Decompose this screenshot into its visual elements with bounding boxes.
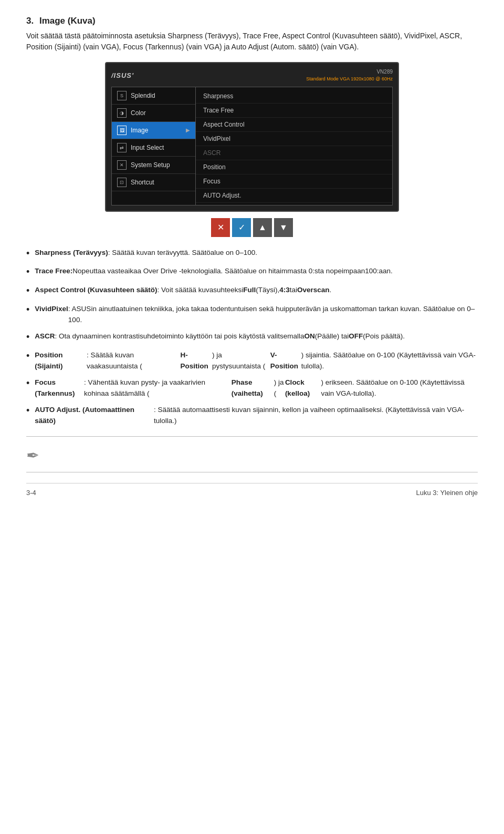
monitor-ui: /ISUS' VN289 Standard Mode VGA 1920x1080…	[105, 62, 399, 212]
footer-page-label: 3-4	[26, 489, 36, 497]
nav-btn-down[interactable]: ▼	[274, 218, 293, 237]
menu-icon-system_setup: ✕	[117, 160, 127, 170]
menu-left-item-input_select[interactable]: ⇄ Input Select	[112, 139, 195, 157]
bullet-item-ascr: ASCR: Ota dynaaminen kontrastisuhdetoimi…	[26, 331, 478, 345]
nav-btn-check[interactable]: ✓	[232, 218, 251, 237]
bullet-item-position: Position (Sijainti): Säätää kuvan vaakas…	[26, 350, 478, 372]
bullet-item-aspect_control: Aspect Control (Kuvasuhteen säätö): Voit…	[26, 285, 478, 298]
bullet-item-sharpness: Sharpness (Terävyys): Säätää kuvan teräv…	[26, 248, 478, 261]
menu-arrow-image: ▶	[186, 127, 190, 133]
note-box: ✒	[26, 436, 478, 472]
asus-logo: /ISUS'	[111, 71, 134, 79]
monitor-header: /ISUS' VN289 Standard Mode VGA 1920x1080…	[111, 68, 393, 83]
menu-icon-shortcut: ⊡	[117, 178, 127, 187]
menu-left-item-system_setup[interactable]: ✕ System Setup	[112, 157, 195, 174]
bullet-item-trace_free: Trace Free: Nopeuttaa vasteaikaa Over Dr…	[26, 266, 478, 280]
menu-icon-input_select: ⇄	[117, 143, 127, 152]
nav-btn-up[interactable]: ▲	[253, 218, 272, 237]
menu-icon-color: ◑	[117, 108, 127, 118]
menu-label-color: Color	[131, 109, 146, 117]
feature-list: Sharpness (Terävyys): Säätää kuvan teräv…	[26, 248, 478, 427]
note-icon: ✒	[26, 446, 49, 465]
bullet-item-vividpixel: VividPixel: ASUSin ainutlaatuinen teknii…	[26, 304, 478, 326]
monitor-info: VN289 Standard Mode VGA 1920x1080 @ 60Hz	[306, 68, 393, 83]
section-number: 3.	[26, 16, 34, 26]
menu-icon-image: 🖼	[117, 126, 127, 135]
menu-left-panel: S Splendid ◑ Color 🖼 Image ▶ ⇄ Input Sel…	[112, 87, 196, 205]
monitor-menu: S Splendid ◑ Color 🖼 Image ▶ ⇄ Input Sel…	[111, 87, 393, 205]
page-container: 3. Image (Kuva) Voit säätää tästä päätoi…	[0, 0, 504, 509]
monitor-mode: Standard Mode VGA 1920x1080 @ 60Hz	[306, 76, 393, 83]
menu-left-item-color[interactable]: ◑ Color	[112, 105, 195, 122]
menu-right-item-sharpness[interactable]: Sharpness	[196, 89, 392, 104]
menu-right-item-aspect_control[interactable]: Aspect Control	[196, 118, 392, 132]
menu-label-image: Image	[131, 127, 148, 134]
nav-buttons-row: ✕✓▲▼	[26, 218, 478, 237]
menu-label-shortcut: Shortcut	[131, 179, 154, 186]
menu-right-item-trace_free[interactable]: Trace Free	[196, 104, 392, 118]
menu-label-splendid: Splendid	[131, 92, 155, 99]
menu-right-item-focus[interactable]: Focus	[196, 174, 392, 189]
section-heading: 3. Image (Kuva)	[26, 16, 478, 26]
monitor-model: VN289	[306, 68, 393, 76]
menu-right-panel: SharpnessTrace FreeAspect ControlVividPi…	[196, 87, 392, 205]
footer: 3-4 Luku 3: Yleinen ohje	[26, 483, 478, 499]
menu-label-system_setup: System Setup	[131, 161, 170, 169]
bullet-item-focus: Focus (Tarkennus): Vähentää kuvan pysty-…	[26, 377, 478, 399]
menu-left-item-shortcut[interactable]: ⊡ Shortcut	[112, 174, 195, 191]
menu-right-item-ascr[interactable]: ASCR	[196, 146, 392, 160]
menu-right-item-position[interactable]: Position	[196, 160, 392, 174]
menu-label-input_select: Input Select	[131, 144, 164, 151]
bullet-item-auto_adjust: AUTO Adjust. (Automaattinen säätö): Säät…	[26, 405, 478, 427]
menu-right-item-auto_adjust[interactable]: AUTO Adjust.	[196, 189, 392, 203]
menu-icon-splendid: S	[117, 91, 127, 100]
menu-left-item-splendid[interactable]: S Splendid	[112, 87, 195, 105]
menu-left-item-image[interactable]: 🖼 Image ▶	[112, 122, 195, 139]
menu-right-item-vividpixel[interactable]: VividPixel	[196, 132, 392, 146]
footer-chapter-label: Luku 3: Yleinen ohje	[416, 489, 478, 497]
section-title: Image (Kuva)	[39, 16, 96, 26]
nav-btn-close[interactable]: ✕	[211, 218, 230, 237]
intro-paragraph: Voit säätää tästä päätoiminnosta asetuks…	[26, 30, 478, 53]
